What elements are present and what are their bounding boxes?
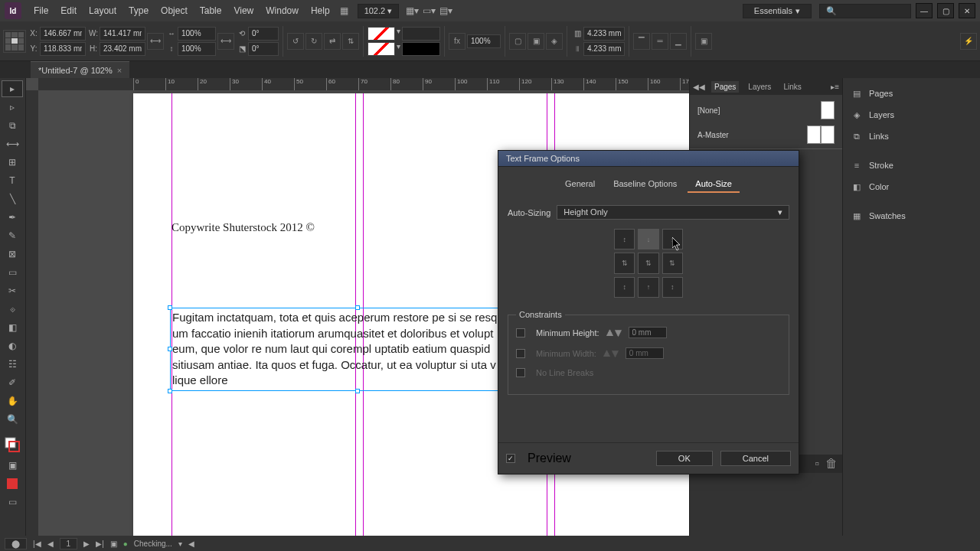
gutter-input[interactable] <box>583 42 625 56</box>
direct-selection-tool[interactable]: ▹ <box>2 99 23 116</box>
free-transform-tool[interactable]: ⟐ <box>2 301 23 318</box>
anchor-bl[interactable]: ↕ <box>614 277 635 298</box>
hand-tool[interactable]: ✋ <box>2 393 23 409</box>
stroke-style[interactable] <box>402 42 440 56</box>
anchor-tc[interactable]: ↓ <box>638 229 658 249</box>
min-height-input[interactable] <box>629 327 667 338</box>
formatting-container-icon[interactable]: ▣ <box>2 457 23 474</box>
nav-last-icon[interactable]: ▶| <box>96 540 104 548</box>
shear-input[interactable]: 0° <box>248 42 279 56</box>
page-tool[interactable]: ⧉ <box>2 117 23 134</box>
view-options-icon[interactable]: ▦▾ <box>403 2 420 19</box>
note-tool[interactable]: ☷ <box>2 356 23 373</box>
close-icon[interactable]: × <box>117 66 122 75</box>
scissors-tool[interactable]: ✂ <box>2 282 23 299</box>
tab-autosize[interactable]: Auto-Size <box>688 176 740 193</box>
nav-next-icon[interactable]: ▶ <box>83 540 90 548</box>
opacity-input[interactable]: 100% <box>467 34 501 48</box>
maximize-button[interactable]: ▢ <box>937 3 954 18</box>
anchor-grid[interactable]: ↕ ↓ ↕ ⇅ ⇅ ⇅ ↕ ↑ ↕ <box>614 229 683 298</box>
anchor-tl[interactable]: ↕ <box>614 229 635 249</box>
constrain-scale-icon[interactable]: ⟷ <box>217 33 234 50</box>
constrain-icon[interactable]: ⟷ <box>147 33 164 50</box>
scale-y-input[interactable]: 100% <box>178 42 216 56</box>
stepper-icon[interactable]: ⯅⯆ <box>606 328 622 337</box>
w-input[interactable] <box>100 27 145 41</box>
close-button[interactable]: ✕ <box>959 3 975 18</box>
minimize-button[interactable]: — <box>916 3 933 18</box>
gradient-feather-tool[interactable]: ◐ <box>2 337 23 354</box>
new-page-icon[interactable]: ▫ <box>815 457 819 471</box>
open-icon[interactable]: ▣ <box>110 540 117 548</box>
pencil-tool[interactable]: ✎ <box>2 227 23 244</box>
document-tab[interactable]: *Untitled-7 @ 102% × <box>31 61 129 78</box>
side-pages[interactable]: ▤Pages <box>843 83 980 104</box>
menu-file[interactable]: File <box>28 2 54 19</box>
nav-prev-icon[interactable]: ◀ <box>47 540 54 548</box>
side-stroke[interactable]: ≡Stroke <box>843 155 980 176</box>
cancel-button[interactable]: Cancel <box>720 451 791 466</box>
workspace-switcher[interactable]: Essentials▾ <box>743 4 812 18</box>
auto-sizing-select[interactable]: Height Only▾ <box>557 205 789 220</box>
view-mode-icon[interactable]: ▭ <box>2 494 23 510</box>
zoom-status[interactable]: ⬤ <box>5 538 27 549</box>
rectangle-frame-tool[interactable]: ⊠ <box>2 246 23 262</box>
x-input[interactable] <box>40 27 86 41</box>
menu-object[interactable]: Object <box>155 2 194 19</box>
page-number[interactable]: 1 <box>60 538 78 549</box>
menu-view[interactable]: View <box>227 2 260 19</box>
textwrap-none-icon[interactable]: ▢ <box>509 33 526 50</box>
master-a[interactable]: A-Master <box>693 122 839 147</box>
menu-type[interactable]: Type <box>122 2 155 19</box>
anchor-mr[interactable]: ⇅ <box>662 253 683 273</box>
align-mid-icon[interactable]: ═ <box>652 33 668 50</box>
side-links[interactable]: ⧉Links <box>843 126 980 147</box>
rotate-ccw-icon[interactable]: ↺ <box>287 33 304 50</box>
scale-x-input[interactable]: 100% <box>178 27 216 41</box>
flip-v-icon[interactable]: ⇅ <box>342 33 359 50</box>
tab-general[interactable]: General <box>557 176 603 193</box>
type-tool[interactable]: T <box>2 172 23 189</box>
rotate-input[interactable]: 0° <box>248 27 279 41</box>
panel-tab-layers[interactable]: Layers <box>745 81 774 93</box>
fx-icon[interactable]: fx <box>449 33 466 50</box>
text-frame[interactable]: Fugitam inctatquam, tota et quis aceperu… <box>170 308 545 391</box>
align-top-icon[interactable]: ▔ <box>633 33 650 50</box>
search-input[interactable]: 🔍 <box>819 4 911 18</box>
selection-tool[interactable]: ▸ <box>2 80 23 97</box>
stroke-weight-input[interactable] <box>402 27 440 41</box>
min-height-check[interactable] <box>516 328 525 337</box>
col-width-input[interactable] <box>583 27 625 41</box>
menu-window[interactable]: Window <box>260 2 305 19</box>
anchor-br[interactable]: ↕ <box>662 277 683 298</box>
side-swatches[interactable]: ▦Swatches <box>843 205 980 227</box>
scroll-left-icon[interactable]: ◀ <box>188 540 194 548</box>
bridge-icon[interactable]: ▦ <box>336 2 353 19</box>
nav-first-icon[interactable]: |◀ <box>33 540 41 548</box>
reference-point[interactable] <box>3 30 26 53</box>
textwrap-shape-icon[interactable]: ◈ <box>546 33 563 50</box>
h-input[interactable] <box>100 42 145 56</box>
panel-tab-links[interactable]: Links <box>780 81 804 93</box>
zoom-tool[interactable]: 🔍 <box>2 411 23 428</box>
y-input[interactable] <box>40 42 86 56</box>
panel-tab-pages[interactable]: Pages <box>711 81 739 93</box>
preflight-status[interactable]: Checking... <box>134 540 172 548</box>
side-layers[interactable]: ◈Layers <box>843 104 980 126</box>
rectangle-tool[interactable]: ▭ <box>2 264 23 281</box>
zoom-level[interactable]: 102.2 ▾ <box>358 4 400 18</box>
master-none[interactable]: [None] <box>693 98 839 122</box>
content-collector-tool[interactable]: ⊞ <box>2 154 23 171</box>
fill-swatch[interactable] <box>368 27 395 41</box>
anchor-bc[interactable]: ↑ <box>638 277 658 298</box>
quick-apply-icon[interactable]: ⚡ <box>960 33 977 50</box>
pen-tool[interactable]: ✒ <box>2 209 23 226</box>
rotate-cw-icon[interactable]: ↻ <box>305 33 322 50</box>
menu-table[interactable]: Table <box>194 2 228 19</box>
gap-tool[interactable]: ⟷ <box>2 135 23 152</box>
stroke-swatch[interactable] <box>368 42 395 56</box>
fill-stroke-proxy[interactable] <box>2 434 23 455</box>
anchor-ml[interactable]: ⇅ <box>614 253 635 273</box>
collapse-icon[interactable]: ◀◀ <box>693 83 705 91</box>
anchor-mc[interactable]: ⇅ <box>638 253 658 273</box>
